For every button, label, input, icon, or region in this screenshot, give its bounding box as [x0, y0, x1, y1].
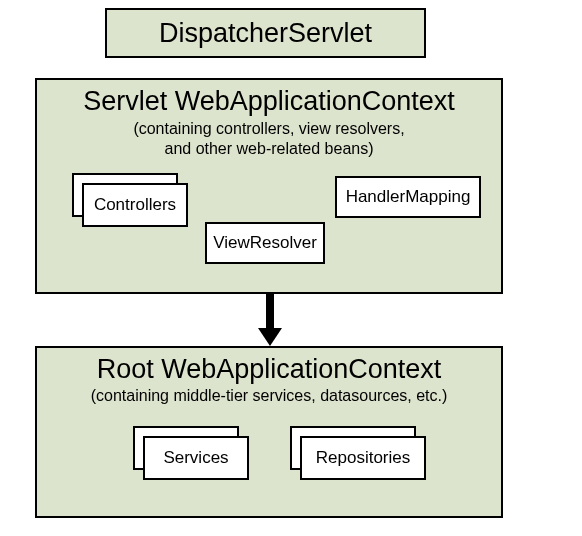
servlet-context-subtitle-line2: and other web-related beans) [164, 140, 373, 157]
dispatcher-servlet-title: DispatcherServlet [159, 18, 372, 49]
servlet-context-title: Servlet WebApplicationContext [37, 86, 501, 117]
view-resolver-label: ViewResolver [213, 233, 317, 253]
repositories-label: Repositories [316, 448, 411, 468]
root-context-subtitle: (containing middle-tier services, dataso… [37, 387, 501, 405]
root-context-box: Root WebApplicationContext (containing m… [35, 346, 503, 518]
dispatcher-servlet-box: DispatcherServlet [105, 8, 426, 58]
servlet-context-subtitle-line1: (containing controllers, view resolvers, [133, 120, 404, 137]
handler-mapping-box: HandlerMapping [335, 176, 481, 218]
servlet-context-subtitle: (containing controllers, view resolvers,… [37, 119, 501, 159]
view-resolver-box: ViewResolver [205, 222, 325, 264]
svg-rect-0 [266, 294, 274, 328]
svg-marker-1 [258, 328, 282, 346]
arrow-down-icon [258, 294, 282, 346]
controllers-label: Controllers [94, 195, 176, 215]
handler-mapping-label: HandlerMapping [346, 187, 471, 207]
root-context-title: Root WebApplicationContext [37, 354, 501, 385]
repositories-box: Repositories [300, 436, 426, 480]
services-box: Services [143, 436, 249, 480]
services-label: Services [163, 448, 228, 468]
controllers-box: Controllers [82, 183, 188, 227]
